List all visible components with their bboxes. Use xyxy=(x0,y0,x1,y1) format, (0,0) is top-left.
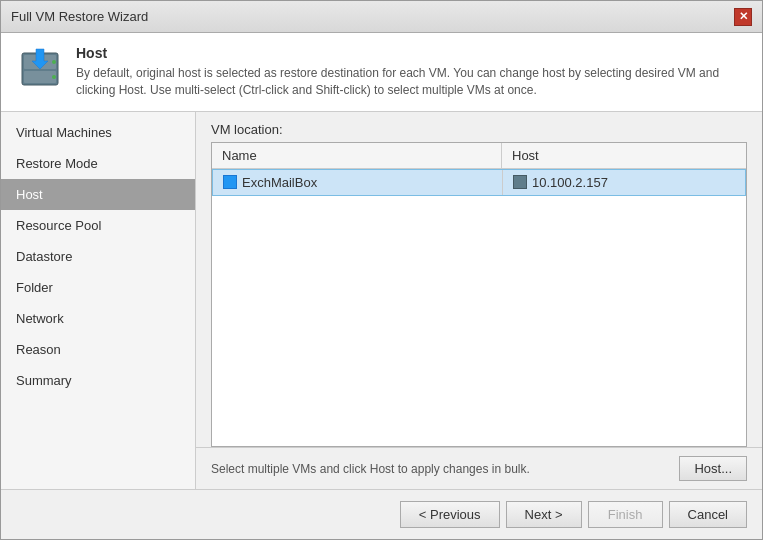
previous-button[interactable]: < Previous xyxy=(400,501,500,528)
sidebar-item-restore-mode[interactable]: Restore Mode xyxy=(1,148,195,179)
content-area: Virtual Machines Restore Mode Host Resou… xyxy=(1,112,762,489)
dialog: Full VM Restore Wizard ✕ Host By default… xyxy=(0,0,763,540)
sidebar-item-resource-pool[interactable]: Resource Pool xyxy=(1,210,195,241)
vm-icon xyxy=(223,175,237,189)
svg-point-3 xyxy=(52,60,56,64)
sidebar-item-summary[interactable]: Summary xyxy=(1,365,195,396)
vm-location-label: VM location: xyxy=(196,112,762,142)
svg-rect-2 xyxy=(24,71,56,83)
bottom-hint: Select multiple VMs and click Host to ap… xyxy=(211,462,530,476)
header-icon xyxy=(16,45,64,93)
table-body: ExchMailBox 10.100.2.157 xyxy=(212,169,746,447)
header-text: Host By default, original host is select… xyxy=(76,45,747,99)
sidebar-item-datastore[interactable]: Datastore xyxy=(1,241,195,272)
table-container: Name Host ExchMailBox 10.100.2.157 xyxy=(211,142,747,447)
header-section: Host By default, original host is select… xyxy=(1,33,762,112)
host-button[interactable]: Host... xyxy=(679,456,747,481)
sidebar: Virtual Machines Restore Mode Host Resou… xyxy=(1,112,196,489)
close-button[interactable]: ✕ xyxy=(734,8,752,26)
sidebar-item-host[interactable]: Host xyxy=(1,179,195,210)
main-content: VM location: Name Host ExchMailBox xyxy=(196,112,762,489)
cell-name: ExchMailBox xyxy=(213,170,503,195)
dialog-title: Full VM Restore Wizard xyxy=(11,9,148,24)
sidebar-item-reason[interactable]: Reason xyxy=(1,334,195,365)
sidebar-item-network[interactable]: Network xyxy=(1,303,195,334)
footer: < Previous Next > Finish Cancel xyxy=(1,489,762,539)
header-title: Host xyxy=(76,45,747,61)
title-bar: Full VM Restore Wizard ✕ xyxy=(1,1,762,33)
sidebar-item-virtual-machines[interactable]: Virtual Machines xyxy=(1,117,195,148)
bottom-bar: Select multiple VMs and click Host to ap… xyxy=(196,447,762,489)
table-row[interactable]: ExchMailBox 10.100.2.157 xyxy=(212,169,746,196)
header-description: By default, original host is selected as… xyxy=(76,65,747,99)
cell-host: 10.100.2.157 xyxy=(503,170,745,195)
column-host: Host xyxy=(502,143,746,168)
row-vm-name: ExchMailBox xyxy=(242,175,317,190)
cancel-button[interactable]: Cancel xyxy=(669,501,747,528)
table-header: Name Host xyxy=(212,143,746,169)
next-button[interactable]: Next > xyxy=(506,501,582,528)
column-name: Name xyxy=(212,143,502,168)
finish-button[interactable]: Finish xyxy=(588,501,663,528)
row-host-value: 10.100.2.157 xyxy=(532,175,608,190)
sidebar-item-folder[interactable]: Folder xyxy=(1,272,195,303)
svg-point-4 xyxy=(52,75,56,79)
host-icon xyxy=(513,175,527,189)
